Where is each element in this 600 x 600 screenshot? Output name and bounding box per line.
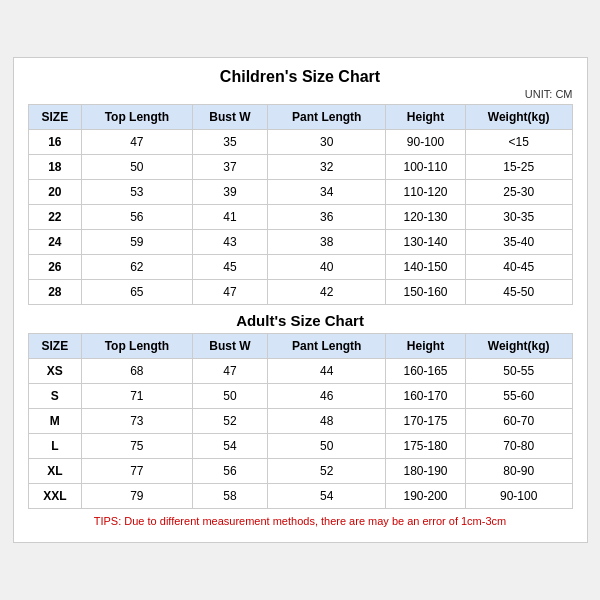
children-data-cell: 90-100 [386, 130, 466, 155]
children-data-cell: 35 [192, 130, 268, 155]
children-data-row: 26624540140-15040-45 [28, 255, 572, 280]
unit-label: UNIT: CM [28, 88, 573, 100]
children-data-cell: 140-150 [386, 255, 466, 280]
children-data-cell: 36 [268, 205, 386, 230]
children-data-cell: 30-35 [465, 205, 572, 230]
adult-data-cell: L [28, 434, 82, 459]
children-header-cell: Pant Length [268, 105, 386, 130]
adult-data-cell: S [28, 384, 82, 409]
adult-data-cell: 68 [82, 359, 192, 384]
adult-data-cell: 50 [268, 434, 386, 459]
adult-data-cell: M [28, 409, 82, 434]
adult-data-cell: 90-100 [465, 484, 572, 509]
adult-data-cell: 71 [82, 384, 192, 409]
children-data-row: 20533934110-12025-30 [28, 180, 572, 205]
children-data-cell: 38 [268, 230, 386, 255]
adult-data-cell: XS [28, 359, 82, 384]
adult-header-cell: Pant Length [268, 334, 386, 359]
children-data-cell: 26 [28, 255, 82, 280]
adult-data-cell: 55-60 [465, 384, 572, 409]
children-data-cell: 41 [192, 205, 268, 230]
children-data-cell: 53 [82, 180, 192, 205]
adult-data-cell: 56 [192, 459, 268, 484]
adult-header-cell: Weight(kg) [465, 334, 572, 359]
adult-data-cell: 73 [82, 409, 192, 434]
children-header-cell: SIZE [28, 105, 82, 130]
size-chart-container: Children's Size Chart UNIT: CM SIZETop L… [13, 57, 588, 543]
children-data-cell: 120-130 [386, 205, 466, 230]
children-data-cell: 56 [82, 205, 192, 230]
adult-data-row: XS684744160-16550-55 [28, 359, 572, 384]
children-data-cell: 50 [82, 155, 192, 180]
adult-header-cell: Bust W [192, 334, 268, 359]
adult-data-cell: 47 [192, 359, 268, 384]
adult-data-row: S715046160-17055-60 [28, 384, 572, 409]
children-header-cell: Top Length [82, 105, 192, 130]
children-header-cell: Height [386, 105, 466, 130]
adult-data-cell: 54 [268, 484, 386, 509]
children-data-cell: 22 [28, 205, 82, 230]
adult-header-row: SIZETop LengthBust WPant LengthHeightWei… [28, 334, 572, 359]
children-data-cell: 39 [192, 180, 268, 205]
children-data-cell: 42 [268, 280, 386, 305]
children-data-cell: 59 [82, 230, 192, 255]
adult-data-cell: 160-170 [386, 384, 466, 409]
children-data-row: 1647353090-100<15 [28, 130, 572, 155]
adult-data-row: L755450175-18070-80 [28, 434, 572, 459]
adult-header-cell: SIZE [28, 334, 82, 359]
children-data-cell: 20 [28, 180, 82, 205]
children-data-row: 22564136120-13030-35 [28, 205, 572, 230]
adult-data-cell: 75 [82, 434, 192, 459]
children-data-cell: 110-120 [386, 180, 466, 205]
children-data-cell: 130-140 [386, 230, 466, 255]
children-data-cell: 45 [192, 255, 268, 280]
adult-data-cell: 44 [268, 359, 386, 384]
children-data-cell: 150-160 [386, 280, 466, 305]
adult-data-cell: 50 [192, 384, 268, 409]
adult-data-cell: 160-165 [386, 359, 466, 384]
main-title: Children's Size Chart [28, 68, 573, 86]
adult-data-cell: 190-200 [386, 484, 466, 509]
adult-data-cell: 180-190 [386, 459, 466, 484]
children-data-cell: 15-25 [465, 155, 572, 180]
children-data-cell: 32 [268, 155, 386, 180]
adult-header-cell: Height [386, 334, 466, 359]
adult-data-cell: XL [28, 459, 82, 484]
children-data-cell: 62 [82, 255, 192, 280]
adult-data-row: XL775652180-19080-90 [28, 459, 572, 484]
children-data-cell: 65 [82, 280, 192, 305]
children-data-cell: 35-40 [465, 230, 572, 255]
adult-header-cell: Top Length [82, 334, 192, 359]
tips-row: TIPS: Due to different measurement metho… [28, 509, 572, 533]
adult-title: Adult's Size Chart [28, 305, 572, 334]
adult-data-cell: 48 [268, 409, 386, 434]
children-data-cell: 37 [192, 155, 268, 180]
children-header-cell: Bust W [192, 105, 268, 130]
children-data-row: 18503732100-11015-25 [28, 155, 572, 180]
adult-data-cell: 80-90 [465, 459, 572, 484]
children-data-cell: 28 [28, 280, 82, 305]
adult-data-row: M735248170-17560-70 [28, 409, 572, 434]
adult-data-cell: 77 [82, 459, 192, 484]
children-data-cell: 45-50 [465, 280, 572, 305]
adult-data-cell: 52 [268, 459, 386, 484]
adult-data-cell: 50-55 [465, 359, 572, 384]
adult-data-cell: 79 [82, 484, 192, 509]
children-data-cell: 16 [28, 130, 82, 155]
children-data-cell: 25-30 [465, 180, 572, 205]
children-data-cell: 43 [192, 230, 268, 255]
children-data-cell: 47 [192, 280, 268, 305]
children-header-cell: Weight(kg) [465, 105, 572, 130]
adult-data-cell: 60-70 [465, 409, 572, 434]
adult-data-cell: 46 [268, 384, 386, 409]
adult-data-cell: 52 [192, 409, 268, 434]
tips-text: TIPS: Due to different measurement metho… [28, 509, 572, 533]
children-data-cell: 40-45 [465, 255, 572, 280]
children-data-cell: 100-110 [386, 155, 466, 180]
adult-data-cell: 170-175 [386, 409, 466, 434]
children-header-row: SIZETop LengthBust WPant LengthHeightWei… [28, 105, 572, 130]
children-data-row: 28654742150-16045-50 [28, 280, 572, 305]
children-data-cell: 18 [28, 155, 82, 180]
adult-data-cell: 175-180 [386, 434, 466, 459]
children-data-cell: 34 [268, 180, 386, 205]
